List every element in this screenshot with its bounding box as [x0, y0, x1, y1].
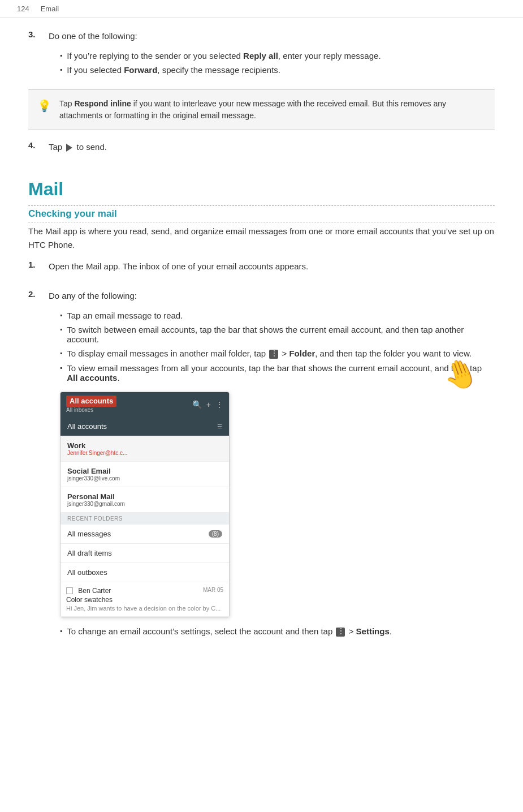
menu-icon-2 — [336, 628, 345, 637]
step-3-content: Do one of the following: If you’re reply… — [49, 29, 495, 79]
email-date: MAR 05 — [203, 587, 223, 595]
bullet-display-folder: To display email messages in another mai… — [49, 349, 495, 359]
add-icon: + — [206, 400, 211, 409]
step-3-bullets: If you’re replying to the sender or you … — [49, 51, 495, 75]
mail-step-1-content: Open the Mail app. The inbox of one of y… — [49, 260, 495, 281]
personal-label: Personal Mail — [67, 492, 125, 501]
step-4-text: Tap to send. — [49, 140, 495, 154]
last-bullet-list: To change an email account’s settings, s… — [49, 626, 495, 637]
bullet-forward: If you selected Forward, specify the mes… — [49, 65, 495, 75]
social-email: jsinger330@live.com — [67, 475, 120, 482]
social-info: Social Email jsinger330@live.com — [67, 467, 120, 482]
step-4: 4. Tap to send. — [28, 140, 495, 162]
section-title-mail: Mail — [28, 179, 495, 200]
search-icon: 🔍 — [192, 400, 202, 409]
email-sender: Ben Carter — [66, 587, 111, 595]
bullet-switch-accounts-text: To switch between email accounts, tap th… — [67, 325, 495, 344]
email-preview: Hi Jen, Jim wants to have a decision on … — [66, 605, 223, 612]
personal-info: Personal Mail jsinger330@gmail.com — [67, 492, 125, 507]
phone-menu-personal: Personal Mail jsinger330@gmail.com — [60, 487, 229, 513]
mail-intro: The Mail app is where you read, send, an… — [28, 225, 495, 252]
all-messages-label: All messages — [67, 530, 111, 538]
bullet-reply-all-text: If you’re replying to the sender or you … — [67, 51, 381, 61]
all-accounts-bold: All accounts — [67, 373, 117, 383]
bullet-reply-all: If you’re replying to the sender or you … — [49, 51, 495, 61]
mail-step-2-number: 2. — [28, 289, 45, 641]
step-4-content: Tap to send. — [49, 140, 495, 162]
tip-text: Tap Respond inline if you want to interl… — [59, 98, 486, 122]
tip-icon: 💡 — [37, 99, 51, 122]
phone-recent-folders-header: RECENT FOLDERS — [60, 513, 229, 525]
all-accounts-icon: ☰ — [217, 423, 222, 429]
mail-step-1-number: 1. — [28, 260, 45, 281]
work-email: Jennifer.Singer@htc.c... — [67, 450, 127, 456]
mail-step-2-bullets: Tap an email message to read. To switch … — [49, 311, 495, 383]
email-subject: Color swatches — [66, 596, 223, 604]
outboxes-label: All outboxes — [67, 568, 107, 577]
bullet-settings-text: To change an email account’s settings, s… — [67, 626, 392, 637]
phone-screenshot: All accounts All inboxes 🔍 + ⋮ All accou… — [60, 392, 230, 617]
bullet-all-accounts-text: To view email messages from all your acc… — [67, 363, 495, 383]
forward-bold: Forward — [124, 65, 157, 75]
phone-menu-list: All accounts ☰ Work Jennifer.Singer@htc.… — [60, 417, 229, 513]
phone-folder-outboxes: All outboxes — [60, 563, 229, 582]
send-icon — [66, 144, 72, 152]
respond-inline-bold: Respond inline — [74, 99, 131, 108]
mail-step-1-text: Open the Mail app. The inbox of one of y… — [49, 260, 495, 273]
bullet-forward-text: If you selected Forward, specify the mes… — [67, 65, 280, 75]
work-label: Work — [67, 441, 127, 450]
mail-step-1: 1. Open the Mail app. The inbox of one o… — [28, 260, 495, 281]
page-header: 124 Email — [0, 0, 523, 18]
step-3-intro: Do one of the following: — [49, 29, 495, 43]
email-header: Ben Carter MAR 05 — [66, 587, 223, 595]
bullet-tap-read: Tap an email message to read. — [49, 311, 495, 320]
more-icon: ⋮ — [215, 400, 223, 409]
tip-box: 💡 Tap Respond inline if you want to inte… — [28, 89, 495, 130]
menu-icon — [269, 350, 278, 359]
page-content: 3. Do one of the following: If you’re re… — [0, 18, 523, 672]
phone-top-bar: All accounts All inboxes 🔍 + ⋮ — [60, 392, 229, 417]
mail-step-2-intro: Do any of the following: — [49, 289, 495, 303]
phone-folder-all-messages: All messages (8) — [60, 525, 229, 544]
bullet-settings: To change an email account’s settings, s… — [49, 626, 495, 637]
phone-menu-social: Social Email jsinger330@live.com — [60, 462, 229, 487]
work-info: Work Jennifer.Singer@htc.c... — [67, 441, 127, 456]
bullet-all-accounts: To view email messages from all your acc… — [49, 363, 495, 383]
mail-step-2-content: Do any of the following: Tap an email me… — [49, 289, 495, 641]
divider-bottom — [28, 222, 495, 222]
phone-folder-drafts: All draft items — [60, 544, 229, 563]
divider-top — [28, 205, 495, 206]
phone-account-main: All accounts — [66, 396, 116, 407]
bullet-tap-read-text: Tap an email message to read. — [67, 311, 183, 320]
email-sender-name: Ben Carter — [78, 587, 111, 595]
step-3-number: 3. — [28, 29, 45, 79]
subsection-checking-mail: Checking your mail — [28, 208, 495, 220]
phone-top-icons: 🔍 + ⋮ — [192, 400, 223, 409]
phone-email-item: Ben Carter MAR 05 Color swatches Hi Jen,… — [60, 582, 229, 617]
page-number: 124 — [17, 5, 29, 13]
phone-menu-all-accounts: All accounts ☰ — [60, 417, 229, 436]
settings-bold: Settings — [356, 626, 390, 636]
all-messages-count: (8) — [209, 530, 222, 538]
personal-email: jsinger330@gmail.com — [67, 501, 125, 507]
bullet-display-folder-text: To display email messages in another mai… — [67, 349, 472, 359]
folder-bold: Folder — [289, 349, 315, 358]
phone-menu-work: Work Jennifer.Singer@htc.c... — [60, 436, 229, 462]
step-4-number: 4. — [28, 140, 45, 162]
all-accounts-label: All accounts — [67, 422, 107, 431]
bullet-switch-accounts: To switch between email accounts, tap th… — [49, 325, 495, 344]
social-label: Social Email — [67, 467, 120, 475]
step-3: 3. Do one of the following: If you’re re… — [28, 29, 495, 79]
mail-step-2: 2. Do any of the following: Tap an email… — [28, 289, 495, 641]
screenshot-container: All accounts All inboxes 🔍 + ⋮ All accou… — [49, 392, 495, 617]
phone-account-sub: All inboxes — [66, 407, 116, 414]
reply-all-bold: Reply all — [243, 51, 278, 61]
drafts-label: All draft items — [67, 549, 112, 557]
phone-account-name: All accounts All inboxes — [66, 396, 116, 414]
page-chapter: Email — [41, 5, 59, 13]
email-checkbox — [66, 587, 73, 594]
